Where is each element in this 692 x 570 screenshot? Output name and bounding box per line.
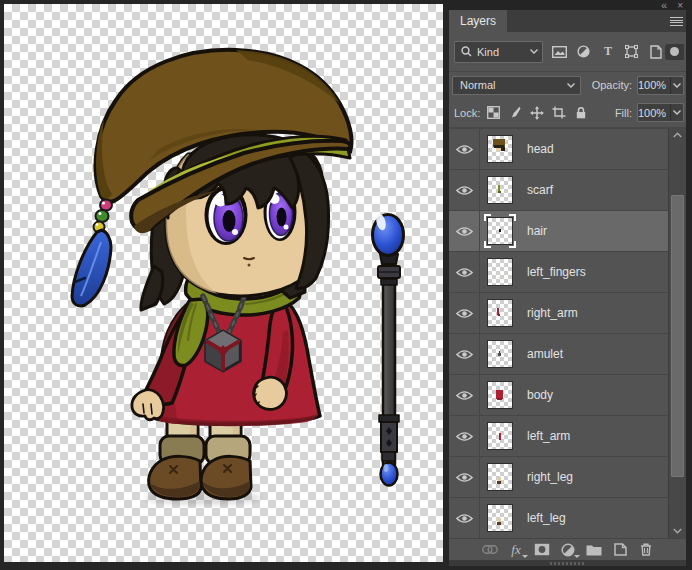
lock-transparency-icon[interactable]: [486, 106, 500, 119]
layer-name-label: scarf: [527, 183, 553, 197]
thumbnail-art: [488, 464, 512, 490]
search-icon: [461, 46, 472, 57]
visibility-toggle[interactable]: [449, 252, 480, 292]
layer-thumbnail[interactable]: [487, 504, 513, 532]
thumbnail-art: [488, 300, 512, 326]
layers-panel: Layers Kind T: [449, 10, 686, 566]
layer-name-label: head: [527, 142, 554, 156]
feather: [72, 230, 111, 306]
layer-thumbnail[interactable]: [487, 299, 513, 327]
lock-pixels-brush-icon[interactable]: [508, 106, 522, 119]
lock-position-move-icon[interactable]: [530, 106, 544, 119]
scroll-down-icon[interactable]: [669, 524, 686, 538]
opacity-field[interactable]: 100%: [637, 76, 684, 95]
visibility-toggle[interactable]: [449, 170, 480, 210]
layer-thumbnail[interactable]: [487, 258, 513, 286]
layer-style-fx-icon[interactable]: fx: [508, 542, 524, 558]
layer-row-scarf[interactable]: scarf: [449, 170, 668, 211]
thumbnail-selection-corners: [484, 214, 516, 248]
fill-label: Fill:: [615, 107, 632, 119]
layer-thumbnail[interactable]: [487, 340, 513, 368]
visibility-toggle[interactable]: [449, 457, 480, 497]
layer-thumbnail[interactable]: [487, 135, 513, 163]
smart-object-filter-icon[interactable]: [648, 45, 663, 59]
layer-name-label: right_leg: [527, 470, 573, 484]
kind-filter-dropdown[interactable]: Kind: [454, 41, 543, 63]
layer-thumbnail[interactable]: [487, 381, 513, 409]
adjustment-layer-filter-icon[interactable]: [576, 45, 591, 59]
thumbnail-art: [488, 382, 512, 408]
layer-name-label: left_leg: [527, 511, 566, 525]
eye-icon: [456, 431, 473, 442]
fill-field[interactable]: 100%: [637, 103, 684, 122]
thumbnail-art: [488, 259, 512, 285]
canvas[interactable]: [4, 4, 443, 562]
type-layer-filter-icon[interactable]: T: [600, 45, 615, 59]
layer-thumbnail[interactable]: [487, 422, 513, 450]
chevron-down-icon: [673, 83, 681, 88]
layer-row-body[interactable]: body: [449, 375, 668, 416]
visibility-toggle[interactable]: [449, 211, 480, 251]
visibility-toggle[interactable]: [449, 334, 480, 374]
blend-mode-value: Normal: [460, 79, 567, 91]
layer-row-head[interactable]: head: [449, 129, 668, 170]
scroll-up-icon[interactable]: [669, 128, 686, 142]
layer-name-label: hair: [527, 224, 547, 238]
close-panel-icon[interactable]: ×: [677, 1, 683, 10]
new-group-folder-icon[interactable]: [586, 542, 602, 558]
layer-row-left_leg[interactable]: left_leg: [449, 498, 668, 539]
lock-artboard-icon[interactable]: [552, 106, 566, 119]
visibility-toggle[interactable]: [449, 416, 480, 456]
eye-icon: [456, 349, 473, 360]
photoshop-window: « × Layers Kind: [0, 0, 692, 570]
layer-list-scrollbar[interactable]: [668, 128, 686, 538]
opacity-value: 100%: [638, 79, 670, 91]
tab-layers[interactable]: Layers: [449, 10, 507, 32]
thumbnail-art: [488, 505, 512, 531]
scrollbar-thumb[interactable]: [671, 195, 684, 477]
filter-toggle[interactable]: [665, 44, 684, 60]
fill-value: 100%: [638, 107, 670, 119]
visibility-toggle[interactable]: [449, 375, 480, 415]
layer-row-left_fingers[interactable]: left_fingers: [449, 252, 668, 293]
panel-titlebar: « ×: [443, 0, 692, 10]
layer-thumbnail[interactable]: [487, 217, 513, 245]
eye-icon: [456, 308, 473, 319]
eye-icon: [456, 267, 473, 278]
new-adjustment-layer-icon[interactable]: [560, 542, 576, 558]
panel-menu-icon[interactable]: [670, 17, 683, 26]
layer-thumbnail[interactable]: [487, 463, 513, 491]
new-layer-icon[interactable]: [612, 542, 628, 558]
eye-icon: [456, 513, 473, 524]
layer-name-label: body: [527, 388, 553, 402]
collapse-panel-icon[interactable]: «: [661, 1, 666, 10]
layer-row-left_arm[interactable]: left_arm: [449, 416, 668, 457]
shape-layer-filter-icon[interactable]: [624, 45, 639, 59]
layer-row-right_leg[interactable]: right_leg: [449, 457, 668, 498]
filter-row: Kind T: [449, 32, 686, 72]
layer-row-amulet[interactable]: amulet: [449, 334, 668, 375]
visibility-toggle[interactable]: [449, 498, 480, 538]
delete-layer-trash-icon[interactable]: [638, 542, 654, 558]
layer-row-hair[interactable]: hair: [449, 211, 668, 252]
visibility-toggle[interactable]: [449, 293, 480, 333]
layer-name-label: left_arm: [527, 429, 570, 443]
staff: [373, 213, 404, 486]
blend-mode-dropdown[interactable]: Normal: [452, 76, 581, 95]
eye-icon: [456, 472, 473, 483]
chevron-down-icon: [567, 83, 575, 88]
add-layer-mask-icon[interactable]: [534, 542, 550, 558]
opacity-label: Opacity:: [592, 79, 632, 91]
visibility-toggle[interactable]: [449, 129, 480, 169]
lock-all-icon[interactable]: [574, 106, 588, 119]
layers-tab-label: Layers: [460, 14, 496, 28]
pixel-layer-filter-icon[interactable]: [552, 45, 567, 59]
link-layers-icon[interactable]: [482, 542, 498, 558]
eye-icon: [456, 390, 473, 401]
thumbnail-art: [488, 136, 512, 162]
panel-resize-grip[interactable]: [449, 560, 686, 566]
layer-row-right_arm[interactable]: right_arm: [449, 293, 668, 334]
layer-name-label: right_arm: [527, 306, 578, 320]
layer-thumbnail[interactable]: [487, 176, 513, 204]
character-artwork: [4, 4, 443, 562]
